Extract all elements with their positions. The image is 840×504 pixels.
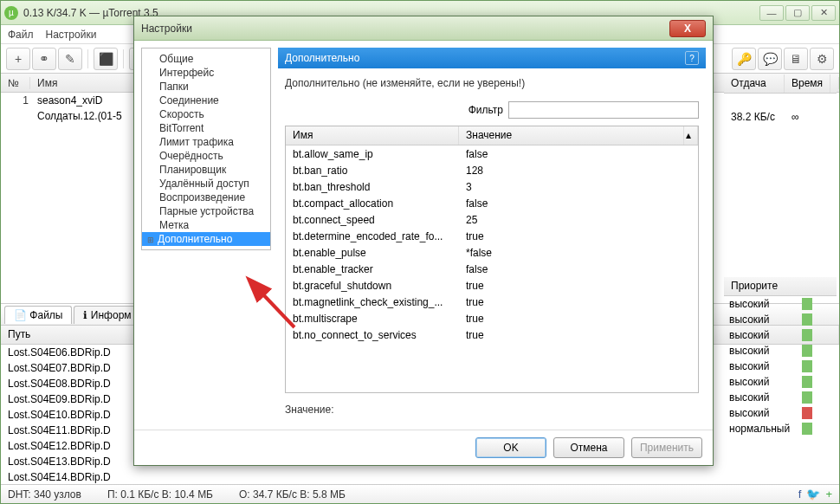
rss-button[interactable]: ⬛ (94, 48, 118, 70)
advanced-settings-table: Имя Значение ▴ bt.allow_same_ipfalsebt.b… (285, 126, 699, 393)
menu-settings[interactable]: Настройки (46, 29, 97, 41)
tree-item-Очерёдность[interactable]: Очерёдность (142, 149, 270, 163)
menu-file[interactable]: Файл (8, 29, 34, 41)
priority-row[interactable]: высокий (724, 374, 837, 390)
setting-row[interactable]: bt.ban_threshold3 (286, 178, 698, 195)
tree-item-Парные устройства[interactable]: Парные устройства (142, 204, 270, 218)
remote-icon[interactable]: 🖥 (784, 48, 808, 70)
tree-item-Папки[interactable]: Папки (142, 80, 270, 94)
separator (87, 49, 88, 68)
add-url-button[interactable]: ⚭ (32, 48, 56, 70)
col-upload[interactable]: Отдача (724, 74, 785, 93)
priority-row[interactable]: высокий (724, 343, 837, 359)
tree-item-BitTorrent[interactable]: BitTorrent (142, 121, 270, 135)
preferences-icon[interactable]: ⚙ (810, 48, 834, 70)
separator (123, 49, 124, 68)
tree-item-Удалённый доступ[interactable]: Удалённый доступ (142, 177, 270, 191)
dialog-close-button[interactable]: X (669, 20, 706, 37)
col-priority[interactable]: Приорите (724, 277, 837, 296)
col-setting-name[interactable]: Имя (286, 126, 459, 145)
settings-tree: ОбщиеИнтерфейсПапкиСоединениеСкоростьBit… (141, 48, 271, 250)
share-icon[interactable]: + (825, 488, 832, 501)
close-button[interactable]: ✕ (811, 5, 836, 21)
setting-row[interactable]: bt.enable_pulse*false (286, 244, 698, 261)
settings-pane: Дополнительно ? Дополнительно (не изменя… (278, 48, 706, 423)
twitter-icon[interactable]: 🐦 (806, 488, 820, 501)
apply-button[interactable]: Применить (631, 437, 702, 458)
file-row[interactable]: Lost.S04E14.BDRip.D (1, 469, 839, 484)
tab-files[interactable]: 📄 Файлы (4, 306, 72, 324)
setting-row[interactable]: bt.compact_allocationfalse (286, 195, 698, 211)
filter-label: Фильтр (468, 104, 503, 116)
warning-text: Дополнительно (не изменяйте, если не уве… (278, 68, 706, 98)
setting-row[interactable]: bt.ban_ratio128 (286, 162, 698, 178)
add-torrent-button[interactable]: + (6, 48, 30, 70)
dialog-buttons: OK Отмена Применить (134, 430, 713, 465)
setting-row[interactable]: bt.no_connect_to_servicestrue (286, 326, 698, 343)
app-icon: µ (4, 6, 18, 20)
col-num[interactable]: № (1, 77, 30, 89)
tree-item-Скорость[interactable]: Скорость (142, 107, 270, 121)
status-upload: О: 34.7 КБ/с В: 5.8 МБ (239, 488, 346, 501)
priority-row[interactable]: высокий (724, 359, 837, 374)
create-torrent-button[interactable]: ✎ (58, 48, 82, 70)
unlock-icon[interactable]: 🔑 (732, 48, 756, 70)
value-label: Значение: (278, 397, 706, 423)
dialog-title: Настройки (141, 23, 669, 35)
section-header: Дополнительно ? (278, 48, 706, 68)
help-icon[interactable]: ? (685, 51, 699, 65)
tree-item-Интерфейс[interactable]: Интерфейс (142, 66, 270, 80)
tree-item-Дополнительно[interactable]: Дополнительно (142, 232, 270, 246)
tree-item-Лимит трафика[interactable]: Лимит трафика (142, 135, 270, 149)
tree-item-Соединение[interactable]: Соединение (142, 94, 270, 107)
priority-row[interactable]: высокий (724, 312, 837, 327)
tree-item-Планировщик[interactable]: Планировщик (142, 163, 270, 177)
tree-item-Воспроизведение[interactable]: Воспроизведение (142, 191, 270, 204)
setting-row[interactable]: bt.connect_speed25 (286, 211, 698, 228)
settings-dialog: Настройки X ОбщиеИнтерфейсПапкиСоединени… (133, 16, 714, 466)
maximize-button[interactable]: ▢ (785, 5, 810, 21)
setting-row[interactable]: bt.allow_same_ipfalse (286, 145, 698, 162)
setting-row[interactable]: bt.graceful_shutdowntrue (286, 277, 698, 294)
priority-row[interactable]: высокий (724, 390, 837, 405)
right-columns: Отдача Время 38.2 КБ/с ∞ (724, 74, 837, 125)
tree-item-Метка[interactable]: Метка (142, 218, 270, 232)
filter-input[interactable] (508, 101, 699, 119)
priority-row[interactable]: высокий (724, 405, 837, 421)
priority-row[interactable]: высокий (724, 296, 837, 312)
cancel-button[interactable]: Отмена (553, 437, 624, 458)
setting-row[interactable]: bt.magnetlink_check_existing_...true (286, 294, 698, 310)
right-files-col: Приорите высокийвысокийвысокийвысокийвыс… (724, 277, 837, 436)
statusbar: DHT: 340 узлов П: 0.1 КБ/с В: 10.4 МБ О:… (1, 484, 839, 503)
ok-button[interactable]: OK (475, 437, 546, 458)
priority-row[interactable]: нормальный (724, 421, 837, 436)
col-setting-value[interactable]: Значение (459, 126, 684, 145)
tab-info[interactable]: ℹ Информ (74, 306, 140, 324)
facebook-icon[interactable]: f (798, 488, 802, 501)
minimize-button[interactable]: — (759, 5, 784, 21)
setting-row[interactable]: bt.multiscrapetrue (286, 310, 698, 326)
col-time[interactable]: Время (785, 74, 830, 93)
scroll-up-icon[interactable]: ▴ (684, 126, 698, 145)
setting-row[interactable]: bt.determine_encoded_rate_fo...true (286, 228, 698, 244)
tree-item-Общие[interactable]: Общие (142, 52, 270, 66)
status-download: П: 0.1 КБ/с В: 10.4 МБ (107, 488, 213, 501)
dialog-titlebar: Настройки X (134, 16, 713, 41)
chat-icon[interactable]: 💬 (758, 48, 782, 70)
status-dht: DHT: 340 узлов (8, 488, 81, 501)
setting-row[interactable]: bt.enable_trackerfalse (286, 261, 698, 277)
priority-row[interactable]: высокий (724, 327, 837, 343)
